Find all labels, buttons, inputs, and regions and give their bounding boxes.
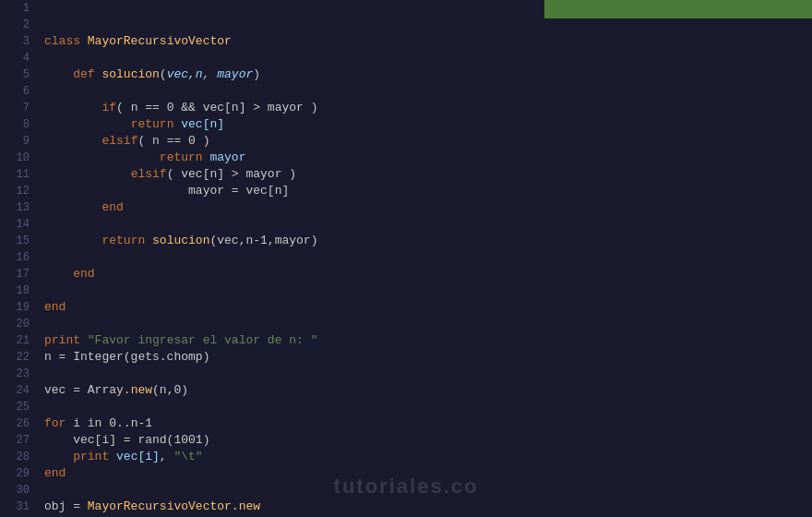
code-line-11: elsif( vec[n] > mayor ) — [44, 166, 812, 183]
code-line-20 — [44, 316, 812, 332]
code-line-29: end — [44, 465, 812, 482]
line-num-7: 7 — [0, 100, 30, 116]
code-line-4 — [44, 50, 812, 66]
line-numbers: 1234567891011121314151617181920212223242… — [0, 0, 37, 517]
code-line-12: mayor = vec[n] — [44, 183, 812, 199]
line-num-17: 17 — [0, 266, 30, 283]
code-line-5: def solucion(vec,n, mayor) — [44, 66, 812, 83]
code-line-31: obj = MayorRecursivoVector.new — [44, 499, 812, 515]
code-line-24: vec = Array.new(n,0) — [44, 382, 812, 399]
code-line-13: end — [44, 199, 812, 216]
code-line-9: elsif( n == 0 ) — [44, 133, 812, 150]
line-num-1: 1 — [0, 0, 30, 17]
line-num-12: 12 — [0, 183, 30, 199]
code-line-22: n = Integer(gets.chomp) — [44, 349, 812, 366]
line-num-13: 13 — [0, 199, 30, 216]
line-num-27: 27 — [0, 432, 30, 449]
code-line-17: end — [44, 266, 812, 283]
line-num-25: 25 — [0, 399, 30, 415]
code-line-8: return vec[n] — [44, 116, 812, 133]
line-num-24: 24 — [0, 382, 30, 399]
line-num-4: 4 — [0, 50, 30, 66]
code-line-23 — [44, 366, 812, 382]
code-line-19: end — [44, 299, 812, 316]
line-num-20: 20 — [0, 316, 30, 332]
code-line-16 — [44, 249, 812, 266]
line-num-3: 3 — [0, 33, 30, 50]
line-num-26: 26 — [0, 415, 30, 432]
line-num-9: 9 — [0, 133, 30, 150]
code-line-14 — [44, 216, 812, 233]
line-num-21: 21 — [0, 332, 30, 349]
line-num-5: 5 — [0, 66, 30, 83]
line-num-6: 6 — [0, 83, 30, 100]
line-num-2: 2 — [0, 17, 30, 33]
code-line-7: if( n == 0 && vec[n] > mayor ) — [44, 100, 812, 116]
line-num-29: 29 — [0, 465, 30, 482]
line-num-8: 8 — [0, 116, 30, 133]
code-line-15: return solucion(vec,n-1,mayor) — [44, 233, 812, 249]
line-num-11: 11 — [0, 166, 30, 183]
code-line-6 — [44, 83, 812, 100]
line-num-16: 16 — [0, 249, 30, 266]
code-line-26: for i in 0..n-1 — [44, 415, 812, 432]
code-line-2 — [44, 17, 812, 33]
code-line-10: return mayor — [44, 150, 812, 166]
line-num-28: 28 — [0, 449, 30, 465]
line-num-15: 15 — [0, 233, 30, 249]
code-container: 1234567891011121314151617181920212223242… — [0, 0, 812, 517]
line-num-22: 22 — [0, 349, 30, 366]
line-num-31: 31 — [0, 499, 30, 515]
line-num-18: 18 — [0, 283, 30, 299]
code-line-28: print vec[i], "\t" — [44, 449, 812, 465]
line-num-14: 14 — [0, 216, 30, 233]
line-num-30: 30 — [0, 482, 30, 499]
code-line-27: vec[i] = rand(1001) — [44, 432, 812, 449]
code-line-18 — [44, 283, 812, 299]
code-line-25 — [44, 399, 812, 415]
code-line-3: class MayorRecursivoVector — [44, 33, 812, 50]
line-num-19: 19 — [0, 299, 30, 316]
line-num-23: 23 — [0, 366, 30, 382]
code-line-21: print "Favor ingresar el valor de n: " — [44, 332, 812, 349]
code-area: class MayorRecursivoVector def solucion(… — [37, 0, 812, 517]
code-line-30 — [44, 482, 812, 499]
line-num-10: 10 — [0, 150, 30, 166]
code-line-1 — [44, 0, 812, 17]
